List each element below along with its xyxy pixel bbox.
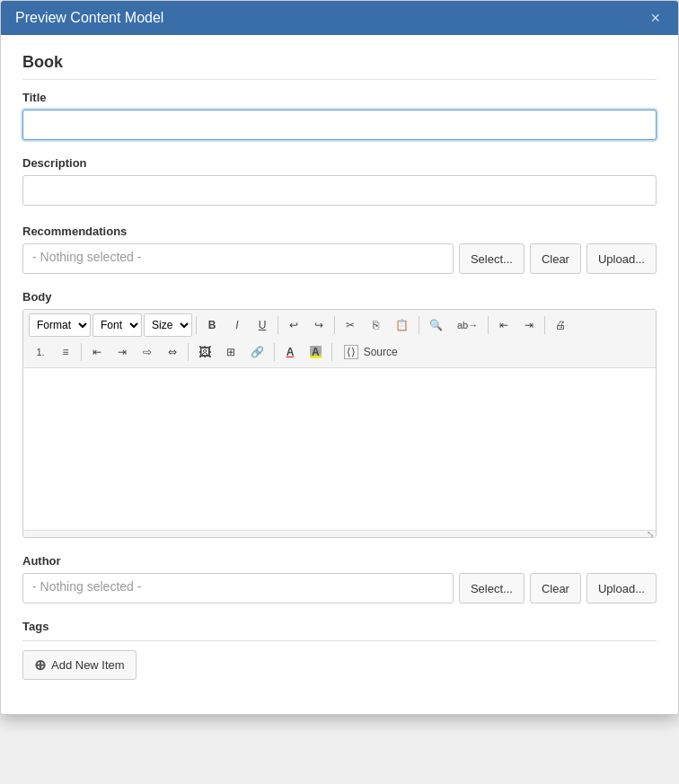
rte-font-select[interactable]: Font xyxy=(93,313,142,337)
description-field-group: Description xyxy=(22,156,657,208)
body-label: Body xyxy=(22,290,657,304)
rte-cut-button[interactable]: ✂ xyxy=(339,313,362,337)
rte-source-button[interactable]: ⟨⟩ Source xyxy=(336,340,406,364)
rte-toolbar-row2: 1. ≡ ⇤ ⇥ ⇨ ⇔ 🖼 ⊞ 🔗 A xyxy=(29,340,650,364)
rte-italic-button[interactable]: I xyxy=(225,313,249,337)
toolbar-sep-6 xyxy=(544,316,545,334)
toolbar-sep-2 xyxy=(278,316,278,334)
rte-indent-button[interactable]: ⇥ xyxy=(517,313,541,337)
author-label: Author xyxy=(22,554,657,568)
tags-field-group: Tags ⊕ Add New Item xyxy=(22,620,657,680)
recommendations-row: - Nothing selected - Select... Clear Upl… xyxy=(22,243,657,274)
rte-container: Format Font Size B I U ↩ xyxy=(22,309,657,538)
description-input[interactable] xyxy=(22,175,657,206)
rte-ul-button[interactable]: ≡ xyxy=(54,340,77,364)
rte-resize-handle[interactable]: ⤡ xyxy=(23,530,656,537)
author-upload-button[interactable]: Upload... xyxy=(586,573,657,603)
rte-table-button[interactable]: ⊞ xyxy=(219,340,242,364)
recommendations-upload-button[interactable]: Upload... xyxy=(586,243,657,274)
recommendations-field-group: Recommendations - Nothing selected - Sel… xyxy=(22,225,657,274)
rte-align-right-button[interactable]: ⇨ xyxy=(136,340,159,364)
rte-underline-button[interactable]: U xyxy=(251,313,274,337)
rte-toolbar-row1: Format Font Size B I U ↩ xyxy=(29,313,650,337)
toolbar-sep-8 xyxy=(188,343,189,361)
rte-outdent-button[interactable]: ⇤ xyxy=(492,313,516,337)
tags-label: Tags xyxy=(22,620,657,641)
toolbar-sep-5 xyxy=(488,316,489,334)
recommendations-display: - Nothing selected - xyxy=(22,243,454,274)
modal-title: Preview Content Model xyxy=(15,10,163,26)
title-input[interactable] xyxy=(22,110,657,140)
add-icon: ⊕ xyxy=(34,656,46,674)
author-select-button[interactable]: Select... xyxy=(459,573,525,603)
author-field-group: Author - Nothing selected - Select... Cl… xyxy=(22,554,657,603)
modal-header: Preview Content Model × xyxy=(1,1,678,35)
rte-undo-button[interactable]: ↩ xyxy=(282,313,305,337)
rte-font-color-button[interactable]: A xyxy=(278,340,302,364)
rte-size-select[interactable]: Size xyxy=(144,313,192,337)
rte-copy-button[interactable]: ⎘ xyxy=(364,313,387,337)
toolbar-sep-1 xyxy=(196,316,197,334)
rte-bg-color-button[interactable]: A xyxy=(304,340,328,364)
toolbar-sep-3 xyxy=(334,316,335,334)
resize-icon: ⤡ xyxy=(647,530,654,539)
author-display: - Nothing selected - xyxy=(22,573,454,603)
rte-replace-button[interactable]: ab→ xyxy=(451,313,484,337)
title-label: Title xyxy=(22,91,657,104)
recommendations-clear-button[interactable]: Clear xyxy=(530,243,581,274)
rte-format-select[interactable]: Format xyxy=(29,313,91,337)
author-clear-button[interactable]: Clear xyxy=(530,573,581,603)
rte-align-left-button[interactable]: ⇤ xyxy=(85,340,109,364)
recommendations-select-button[interactable]: Select... xyxy=(459,243,525,274)
recommendations-label: Recommendations xyxy=(22,225,657,238)
description-label: Description xyxy=(22,156,657,170)
rte-find-button[interactable]: 🔍 xyxy=(423,313,449,337)
rte-bold-button[interactable]: B xyxy=(200,313,224,337)
rte-content-area[interactable] xyxy=(23,368,656,530)
title-field-group: Title xyxy=(22,91,657,140)
modal-body: Book Title Description Recommendations -… xyxy=(1,35,678,714)
toolbar-sep-9 xyxy=(274,343,275,361)
rte-align-center-button[interactable]: ⇥ xyxy=(110,340,134,364)
rte-toolbar: Format Font Size B I U ↩ xyxy=(23,310,656,368)
body-field-group: Body Format Font Size xyxy=(22,290,657,538)
rte-ol-button[interactable]: 1. xyxy=(29,340,52,364)
rte-redo-button[interactable]: ↪ xyxy=(307,313,331,337)
author-row: - Nothing selected - Select... Clear Upl… xyxy=(22,573,657,603)
modal-close-button[interactable]: × xyxy=(647,10,664,26)
toolbar-sep-4 xyxy=(419,316,419,334)
rte-image-button[interactable]: 🖼 xyxy=(192,340,217,364)
modal-container: Preview Content Model × Book Title Descr… xyxy=(0,0,679,715)
rte-justify-button[interactable]: ⇔ xyxy=(161,340,184,364)
toolbar-sep-7 xyxy=(81,343,82,361)
toolbar-sep-10 xyxy=(331,343,332,361)
rte-paste-button[interactable]: 📋 xyxy=(389,313,415,337)
add-new-item-button[interactable]: ⊕ Add New Item xyxy=(22,650,137,680)
rte-link-button[interactable]: 🔗 xyxy=(244,340,270,364)
rte-print-button[interactable]: 🖨 xyxy=(549,313,572,337)
section-title: Book xyxy=(22,53,657,80)
